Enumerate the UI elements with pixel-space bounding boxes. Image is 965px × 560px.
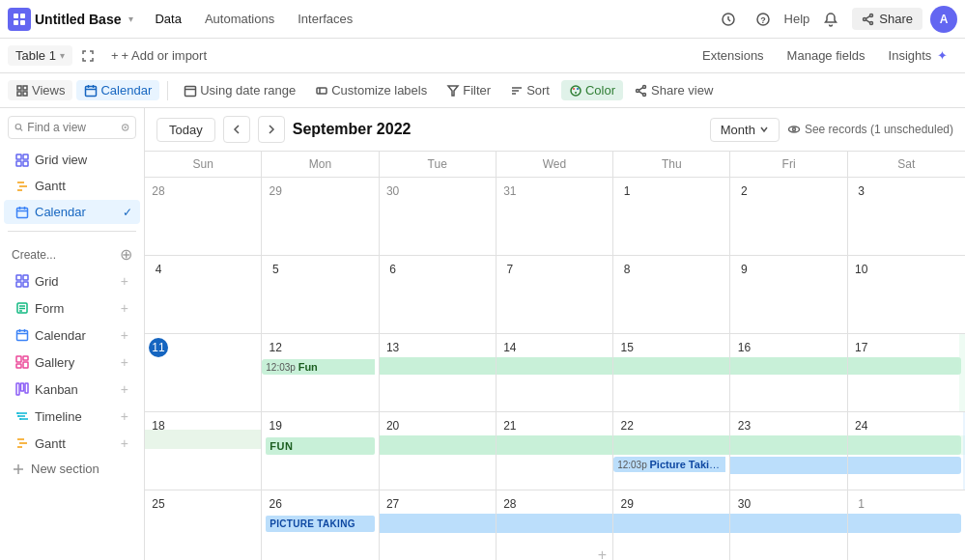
- cell-15[interactable]: 15: [613, 334, 730, 411]
- search-input[interactable]: [27, 121, 116, 134]
- cell-21[interactable]: 21: [497, 412, 613, 490]
- active-check-icon: ✓: [123, 206, 132, 219]
- cell-18[interactable]: 18: [145, 412, 262, 490]
- create-item-timeline[interactable]: Timeline +: [4, 404, 140, 429]
- cell-30-aug[interactable]: 30: [380, 178, 497, 255]
- notifications-icon[interactable]: [817, 6, 844, 33]
- create-item-grid[interactable]: Grid +: [4, 268, 140, 294]
- color-button[interactable]: Color: [561, 80, 623, 100]
- cell-27[interactable]: 27: [380, 490, 497, 560]
- help-button[interactable]: ?: [750, 6, 777, 33]
- avatar: A: [930, 6, 957, 33]
- create-add-icon[interactable]: ⊕: [120, 245, 132, 264]
- svg-rect-1: [20, 14, 25, 18]
- svg-rect-22: [317, 88, 326, 94]
- sidebar-item-grid[interactable]: Grid view: [4, 148, 140, 172]
- filter-button[interactable]: Filter: [439, 80, 498, 100]
- date-range-button[interactable]: Using date range: [176, 80, 303, 100]
- cell-16[interactable]: 16: [730, 334, 847, 411]
- cell-6[interactable]: 6: [380, 256, 497, 333]
- cell-17[interactable]: 17: [848, 334, 965, 411]
- calendar-grid: Sun Mon Tue Wed Thu Fri Sat 28 29 30 31 …: [145, 152, 965, 560]
- search-settings-icon[interactable]: [121, 122, 129, 133]
- calendar-view-button[interactable]: Calendar: [76, 80, 159, 100]
- views-button[interactable]: Views: [8, 80, 72, 100]
- svg-point-74: [16, 412, 18, 414]
- svg-marker-24: [448, 86, 458, 96]
- records-info[interactable]: See records (1 unscheduled): [787, 123, 953, 136]
- app-title-caret[interactable]: ▾: [128, 14, 133, 24]
- insights-button[interactable]: Insights ✦: [879, 45, 957, 66]
- cell-28-aug[interactable]: 28: [145, 178, 262, 255]
- cell-28-sep[interactable]: 28 +: [497, 490, 613, 560]
- cell-1-oct[interactable]: 1: [848, 490, 965, 560]
- cell-24[interactable]: 24: [848, 412, 965, 490]
- nav-tab-interfaces[interactable]: Interfaces: [288, 8, 362, 30]
- grid-icon: [15, 154, 29, 167]
- cell-25[interactable]: 25: [145, 490, 262, 560]
- cell-4[interactable]: 4: [145, 256, 262, 333]
- history-icon[interactable]: [715, 6, 742, 33]
- cell-13[interactable]: 13: [380, 334, 497, 411]
- cell-10[interactable]: 10: [848, 256, 965, 333]
- cell-7[interactable]: 7: [497, 256, 613, 333]
- month-selector[interactable]: Month: [710, 118, 780, 142]
- cell-29-sep[interactable]: 29: [613, 490, 730, 560]
- create-item-kanban[interactable]: Kanban +: [4, 377, 140, 402]
- share-button[interactable]: Share: [852, 8, 922, 30]
- new-section-icon: [12, 462, 25, 476]
- cell-8[interactable]: 8: [613, 256, 730, 333]
- customize-labels-button[interactable]: Customize labels: [307, 80, 435, 100]
- cell-9[interactable]: 9: [730, 256, 847, 333]
- create-gallery-label: Gallery: [35, 355, 74, 370]
- cell-2-sep[interactable]: 2: [730, 178, 847, 255]
- extensions-button[interactable]: Extensions: [693, 45, 774, 66]
- new-section-item[interactable]: New section: [0, 457, 144, 481]
- sort-button[interactable]: Sort: [502, 80, 557, 100]
- picture-taking-label[interactable]: PICTURE TAKING: [266, 516, 374, 532]
- add-or-import-button[interactable]: + + Add or import: [103, 45, 214, 66]
- cell-22[interactable]: 22 12:03p Picture Taking: [613, 412, 730, 490]
- cell-19[interactable]: 19 FUN: [262, 412, 379, 490]
- create-form-icon: [15, 301, 29, 315]
- fun-label[interactable]: FUN: [266, 437, 374, 455]
- add-event-icon[interactable]: +: [598, 546, 607, 560]
- next-month-button[interactable]: [258, 116, 285, 143]
- picture-event-start[interactable]: 12:03p Picture Taking: [613, 457, 725, 472]
- third-bar: Views Calendar Using date range Customiz…: [0, 73, 965, 108]
- cell-23[interactable]: 23: [730, 412, 847, 490]
- svg-point-31: [575, 92, 577, 94]
- search-bar[interactable]: [8, 116, 136, 139]
- sidebar-item-calendar[interactable]: Calendar ✓: [4, 200, 140, 224]
- cell-20[interactable]: 20: [380, 412, 497, 490]
- top-bar-right: ? Help Share A: [715, 6, 957, 33]
- cell-12[interactable]: 12 12:03p Fun: [262, 334, 379, 411]
- cell-29-aug[interactable]: 29: [262, 178, 379, 255]
- cell-31-aug[interactable]: 31: [497, 178, 613, 255]
- second-bar: Table 1 ▾ + + Add or import Extensions M…: [0, 39, 965, 73]
- fun-event-start[interactable]: 12:03p Fun: [262, 359, 374, 375]
- help-label[interactable]: Help: [784, 12, 810, 26]
- cell-30-sep[interactable]: 30: [730, 490, 847, 560]
- cell-11[interactable]: 11: [145, 334, 262, 411]
- nav-tab-automations[interactable]: Automations: [195, 8, 284, 30]
- create-item-gallery[interactable]: Gallery +: [4, 350, 140, 375]
- cell-26[interactable]: 26 PICTURE TAKING: [262, 490, 379, 560]
- svg-rect-12: [17, 86, 21, 90]
- cell-1-sep[interactable]: 1: [613, 178, 730, 255]
- sidebar-item-gantt[interactable]: Gantt: [4, 174, 140, 198]
- create-item-calendar[interactable]: Calendar +: [4, 322, 140, 348]
- create-item-form[interactable]: Form +: [4, 295, 140, 321]
- cell-3-sep[interactable]: 3: [848, 178, 965, 255]
- create-item-gantt[interactable]: Gantt +: [4, 431, 140, 456]
- share-view-button[interactable]: Share view: [627, 80, 721, 100]
- today-button[interactable]: Today: [156, 118, 215, 142]
- prev-month-button[interactable]: [223, 116, 250, 143]
- cell-5[interactable]: 5: [262, 256, 379, 333]
- create-grid-icon: [15, 274, 29, 288]
- expand-button[interactable]: [76, 44, 99, 68]
- manage-fields-button[interactable]: Manage fields: [778, 45, 875, 66]
- nav-tab-data[interactable]: Data: [145, 8, 190, 30]
- table-selector[interactable]: Table 1 ▾: [8, 45, 72, 66]
- cell-14[interactable]: 14: [497, 334, 613, 411]
